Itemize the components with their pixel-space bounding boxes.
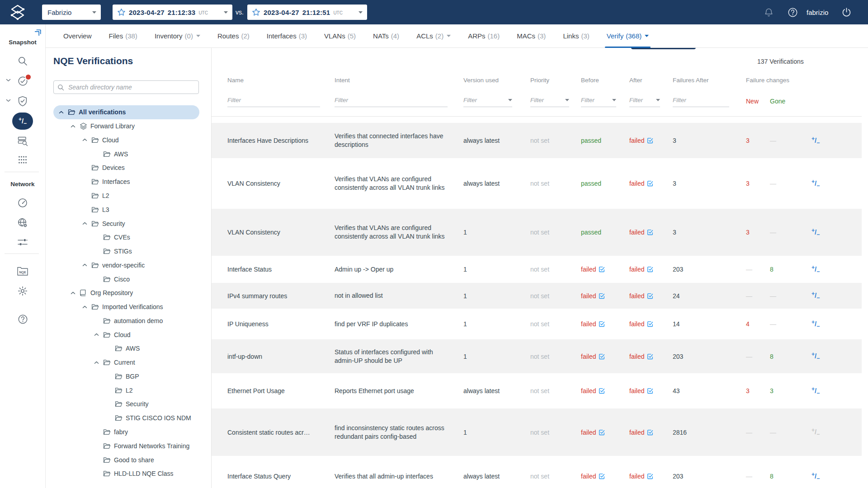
tree-item-bgp[interactable]: BGP <box>45 370 211 384</box>
directory-search[interactable] <box>53 80 199 94</box>
filter-gone-label[interactable]: Gone <box>770 98 785 107</box>
app-grid-icon[interactable] <box>0 155 45 164</box>
filter-version-select[interactable]: Filter <box>463 95 512 107</box>
network-selector[interactable]: Fabrizio <box>42 5 101 20</box>
edit-check-icon[interactable] <box>599 321 605 327</box>
table-row[interactable]: Interfaces Have DescriptionsVerifies tha… <box>212 123 862 158</box>
snapshot-selector-after[interactable]: 2023-04-27 21:12:51 UTC <box>247 5 367 20</box>
tree-item-cves[interactable]: CVEs <box>45 230 211 244</box>
edit-check-icon[interactable] <box>599 293 605 299</box>
table-row[interactable]: Consistent static routes acr…find incons… <box>212 408 862 456</box>
status-passed-link[interactable]: passed <box>581 180 601 187</box>
chevron-up-icon[interactable] <box>58 111 64 114</box>
filter-priority-select[interactable]: Filter <box>530 95 569 107</box>
tree-item-vendor-specific[interactable]: vendor-specific <box>45 258 211 272</box>
status-failed-link[interactable]: failed <box>581 473 596 480</box>
table-row[interactable]: VLAN ConsistencyVerifies that VLANs are … <box>212 158 862 209</box>
tree-item-imported-verifications[interactable]: Imported Verifications <box>45 300 211 314</box>
status-failed-link[interactable]: failed <box>581 387 596 394</box>
status-failed-link[interactable]: failed <box>629 292 644 300</box>
chevron-up-icon[interactable] <box>93 333 99 336</box>
tree-item-forward-networks-training[interactable]: Forward Networks Training <box>45 439 211 453</box>
status-failed-link[interactable]: failed <box>629 137 644 144</box>
status-failed-link[interactable]: failed <box>629 320 644 328</box>
edit-check-icon[interactable] <box>599 473 605 479</box>
diff-button[interactable]: +/− <box>811 472 862 481</box>
edit-check-icon[interactable] <box>647 293 653 299</box>
checks-status-icon[interactable] <box>0 75 45 87</box>
edit-check-icon[interactable] <box>599 353 605 360</box>
tab-routes[interactable]: Routes(2) <box>217 24 250 47</box>
edit-check-icon[interactable] <box>647 353 653 360</box>
filter-failures-after-input[interactable] <box>673 94 729 107</box>
dashboard-gauge-icon[interactable] <box>0 197 45 208</box>
edit-check-icon[interactable] <box>599 266 605 272</box>
settings-gear-icon[interactable] <box>0 286 45 296</box>
edit-check-icon[interactable] <box>647 473 653 479</box>
table-row[interactable]: Ethernet Port UsageReports Ethernet port… <box>212 373 862 408</box>
column-header-intent[interactable]: Intent <box>335 77 463 84</box>
status-failed-link[interactable]: failed <box>629 473 644 480</box>
tree-item-devices[interactable]: Devices <box>45 161 211 175</box>
star-icon[interactable] <box>117 8 126 16</box>
status-failed-link[interactable]: failed <box>581 320 596 328</box>
notifications-bell-icon[interactable] <box>764 7 774 18</box>
chevron-up-icon[interactable] <box>93 361 99 364</box>
tree-item-current[interactable]: Current <box>45 356 211 370</box>
snapshot-selector-before[interactable]: 2023-04-27 21:12:33 UTC <box>113 5 232 20</box>
tab-vlans[interactable]: VLANs(5) <box>324 24 356 47</box>
edit-check-icon[interactable] <box>647 321 653 327</box>
security-shield-icon[interactable] <box>0 96 45 107</box>
edit-check-icon[interactable] <box>647 266 653 272</box>
table-row[interactable]: VLAN ConsistencyVerifies that VLANs are … <box>212 209 862 256</box>
edit-check-icon[interactable] <box>599 388 605 394</box>
column-header-priority[interactable]: Priority <box>530 77 581 84</box>
expand-panel-icon[interactable] <box>35 28 42 36</box>
diff-button[interactable]: +/− <box>811 265 862 274</box>
forward-networks-logo-icon[interactable] <box>7 3 28 21</box>
tree-item-org-repository[interactable]: Org Repository <box>45 286 211 300</box>
tree-item-cloud[interactable]: Cloud <box>45 328 211 342</box>
tune-sliders-icon[interactable] <box>0 238 45 247</box>
tab-nats[interactable]: NATs(4) <box>373 24 399 47</box>
status-failed-link[interactable]: failed <box>629 180 644 187</box>
tree-item-aws[interactable]: AWS <box>45 147 211 161</box>
edit-check-icon[interactable] <box>647 388 653 394</box>
filter-before-select[interactable]: Filter <box>581 95 616 107</box>
column-header-version-used[interactable]: Version used <box>463 77 530 84</box>
chevron-up-icon[interactable] <box>81 138 88 141</box>
edit-check-icon[interactable] <box>647 137 653 144</box>
diff-button[interactable]: +/− <box>811 291 862 300</box>
status-failed-link[interactable]: failed <box>629 387 644 394</box>
table-row[interactable]: IP Uniquenessfind per VRF IP duplicates1… <box>212 309 862 339</box>
tree-item-l3[interactable]: L3 <box>45 202 211 216</box>
diff-button[interactable]: +/− <box>811 352 862 361</box>
search-icon[interactable] <box>0 56 45 66</box>
status-failed-link[interactable]: failed <box>629 229 644 236</box>
column-header-before[interactable]: Before <box>581 77 629 84</box>
chevron-up-icon[interactable] <box>70 291 76 295</box>
tree-item-security[interactable]: Security <box>45 397 211 411</box>
diff-button[interactable]: +/− <box>811 319 862 329</box>
tab-files[interactable]: Files(38) <box>109 24 137 47</box>
table-row[interactable]: IPv4 summary routesnot in allowed list1n… <box>212 283 862 309</box>
data-search-icon[interactable] <box>0 136 45 146</box>
diff-button[interactable]: +/− <box>811 179 862 188</box>
column-header-after[interactable]: After <box>629 77 673 84</box>
edit-check-icon[interactable] <box>599 429 605 436</box>
tab-verify[interactable]: Verify(368) <box>607 24 649 47</box>
edit-check-icon[interactable] <box>647 429 653 436</box>
chevron-up-icon[interactable] <box>70 125 76 128</box>
tree-item-good-to-share[interactable]: Good to share <box>45 453 211 467</box>
help-circle-icon[interactable] <box>0 314 45 324</box>
filter-name-input[interactable] <box>227 94 320 107</box>
tree-item-fabry[interactable]: fabry <box>45 425 211 439</box>
tree-item-aws[interactable]: AWS <box>45 342 211 356</box>
status-failed-link[interactable]: failed <box>629 353 644 360</box>
filter-after-select[interactable]: Filter <box>629 95 660 107</box>
help-icon[interactable] <box>788 7 798 18</box>
tree-item-stigs[interactable]: STIGs <box>45 244 211 258</box>
diff-button[interactable]: +/− <box>811 136 862 145</box>
horizontal-scrollbar-thumb[interactable] <box>631 48 696 49</box>
status-failed-link[interactable]: failed <box>581 292 596 300</box>
